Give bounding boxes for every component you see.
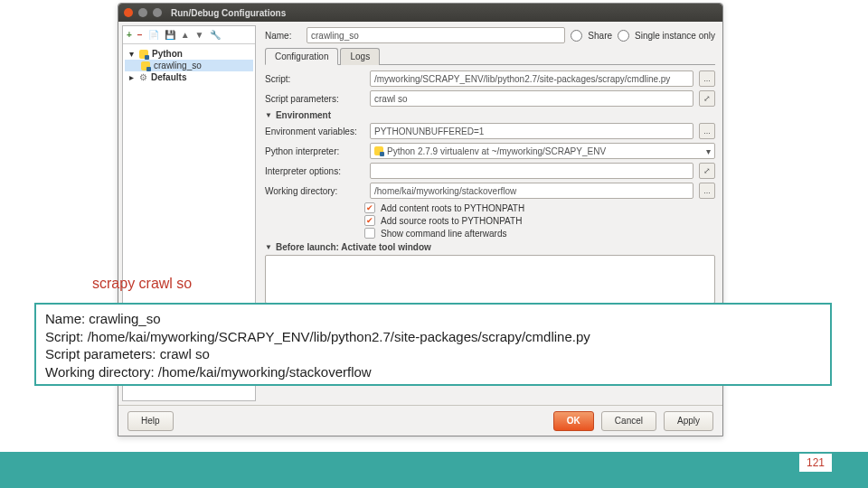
script-browse-button[interactable]: ... [699,70,715,87]
interpreter-label: Python interpreter: [265,146,364,156]
python-icon [374,146,383,155]
interp-opts-label: Interpreter options: [265,166,364,176]
workdir-input[interactable]: /home/kai/myworking/stackoverflow [370,183,693,199]
show-cmd-checkbox[interactable] [364,228,375,239]
tab-configuration[interactable]: Configuration [265,48,338,65]
wrench-icon[interactable]: 🔧 [210,30,221,40]
script-label: Script: [265,74,364,84]
window-title: Run/Debug Configurations [171,8,286,18]
tree-label: Python [152,49,183,59]
annotation-line: Working directory: /home/kai/myworking/s… [45,363,821,381]
save-icon[interactable]: 💾 [165,30,175,40]
remove-icon[interactable]: − [137,30,143,40]
python-icon [139,50,148,59]
page-number: 121 [799,454,832,472]
name-label: Name: [265,31,301,41]
add-icon[interactable]: + [127,30,132,40]
minimize-icon[interactable] [138,8,147,17]
chevron-down-icon: ▾ [706,146,711,156]
content-roots-label: Add content roots to PYTHONPATH [381,203,524,213]
help-button[interactable]: Help [127,411,174,431]
copy-icon[interactable]: 📄 [148,30,159,40]
tree-label: Defaults [151,72,186,82]
single-instance-radio[interactable]: Single instance only [618,30,715,42]
ok-button[interactable]: OK [553,411,594,431]
before-launch-header[interactable]: ▼Before launch: Activate tool window [265,242,715,252]
cancel-button[interactable]: Cancel [601,411,656,431]
before-launch-list[interactable] [265,255,715,304]
chevron-down-icon: ▼ [265,243,272,251]
apply-button[interactable]: Apply [664,411,713,431]
env-section-header[interactable]: ▼Environment [265,110,715,120]
python-icon [141,61,150,70]
annotation-line: Script: /home/kai/myworking/SCRAPY_ENV/l… [45,328,821,346]
annotation-line: Script parameters: crawl so [45,345,821,363]
tree-node-crawling-so[interactable]: crawling_so [125,60,253,71]
content-roots-checkbox[interactable] [364,202,375,213]
tree-toolbar: + − 📄 💾 ▲ ▼ 🔧 [123,26,255,44]
workdir-label: Working directory: [265,186,364,196]
interp-opts-expand-button[interactable]: ⤢ [699,163,715,179]
move-up-icon[interactable]: ▲ [181,30,190,40]
tree-node-defaults[interactable]: ▸ ⚙ Defaults [125,71,253,83]
params-label: Script parameters: [265,94,364,104]
interpreter-select[interactable]: Python 2.7.9 virtualenv at ~/myworking/S… [370,143,715,159]
annotation-command: scrapy crawl so [92,276,192,292]
show-cmd-label: Show command line afterwards [381,229,507,239]
env-vars-input[interactable]: PYTHONUNBUFFERED=1 [370,123,693,139]
gear-icon: ⚙ [139,72,147,82]
env-vars-label: Environment variables: [265,127,364,136]
close-icon[interactable] [124,8,133,17]
params-input[interactable]: crawl so [370,90,693,107]
slide-footer-bar [0,452,868,488]
titlebar: Run/Debug Configurations [118,4,722,22]
chevron-right-icon: ▸ [127,72,136,82]
source-roots-checkbox[interactable] [364,215,375,226]
interp-opts-input[interactable] [370,163,693,179]
config-tree: ▾ Python crawling_so ▸ ⚙ Defaults [123,44,255,87]
annotation-line: Name: crawling_so [45,310,821,328]
tab-logs[interactable]: Logs [340,48,380,65]
chevron-down-icon: ▼ [265,111,272,119]
params-expand-button[interactable]: ⤢ [699,90,715,107]
tree-node-python[interactable]: ▾ Python [125,48,253,60]
maximize-icon[interactable] [153,8,162,17]
workdir-browse-button[interactable]: ... [699,183,715,199]
env-vars-browse-button[interactable]: ... [699,123,715,139]
tree-label: crawling_so [154,61,202,70]
move-down-icon[interactable]: ▼ [195,30,204,40]
script-input[interactable]: /myworking/SCRAPY_ENV/lib/python2.7/site… [370,70,693,87]
tabs: Configuration Logs [265,47,715,65]
dialog-footer: Help OK Cancel Apply [118,405,722,436]
chevron-down-icon: ▾ [127,49,136,59]
share-radio[interactable]: Share [571,30,612,42]
annotation-box: Name: crawling_so Script: /home/kai/mywo… [34,303,832,386]
name-input[interactable]: crawling_so [307,27,565,43]
source-roots-label: Add source roots to PYTHONPATH [381,216,522,226]
